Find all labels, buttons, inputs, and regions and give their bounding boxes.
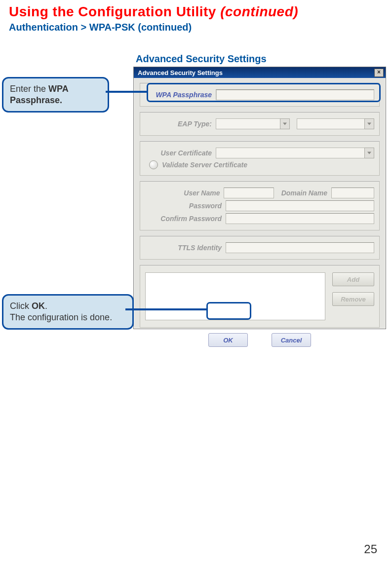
callout-ok: Click OK. The configuration is done. xyxy=(2,294,134,330)
callout-line2: The configuration is done. xyxy=(10,312,112,322)
dialog-title: Advanced Security Settings xyxy=(138,69,223,76)
validate-server-cert-radio[interactable] xyxy=(149,160,158,169)
user-certificate-select[interactable] xyxy=(216,148,374,158)
dialog-titlebar[interactable]: Advanced Security Settings × xyxy=(134,67,386,78)
callout-connector xyxy=(106,91,148,93)
ttls-group: TTLS Identity xyxy=(140,236,380,260)
page-subtitle: Authentication > WPA-PSK (continued) xyxy=(9,22,192,33)
chevron-down-icon[interactable] xyxy=(364,148,374,158)
close-icon[interactable]: × xyxy=(374,69,384,77)
user-name-input[interactable] xyxy=(224,188,274,198)
list-side-buttons: Add Remove xyxy=(332,272,374,320)
callout-text: Click xyxy=(10,301,32,311)
ttls-identity-label: TTLS Identity xyxy=(145,244,226,252)
confirm-password-label: Confirm Password xyxy=(145,215,226,223)
dialog-body: WPA Passphrase EAP Type: xyxy=(134,78,386,352)
user-name-label: User Name xyxy=(145,189,224,197)
page-title-continued: (continued) xyxy=(220,4,298,19)
domain-name-input[interactable] xyxy=(331,188,374,198)
cancel-button[interactable]: Cancel xyxy=(272,333,311,347)
page-number: 25 xyxy=(364,542,377,556)
chevron-down-icon[interactable] xyxy=(280,118,290,129)
callout-connector xyxy=(125,308,207,310)
wpa-passphrase-label: WPA Passphrase xyxy=(145,91,216,99)
ok-button[interactable]: OK xyxy=(208,333,248,347)
password-input[interactable] xyxy=(226,200,374,211)
wpa-passphrase-group: WPA Passphrase xyxy=(140,83,380,107)
ttls-identity-input[interactable] xyxy=(226,242,374,253)
callout-text: . xyxy=(45,301,47,311)
page-title-main: Using the Configuration Utility xyxy=(9,4,220,19)
page-title: Using the Configuration Utility (continu… xyxy=(9,4,298,20)
advanced-security-dialog: Advanced Security Settings × WPA Passphr… xyxy=(133,67,386,329)
add-button[interactable]: Add xyxy=(332,272,374,286)
domain-name-label: Domain Name xyxy=(274,189,331,197)
eap-subtype-select[interactable] xyxy=(297,118,374,129)
list-group: Add Remove xyxy=(140,265,380,328)
certificate-group: User Certificate Validate Server Certifi… xyxy=(140,141,380,176)
eap-type-label: EAP Type: xyxy=(145,120,216,128)
callout-bold: OK xyxy=(32,301,45,311)
user-certificate-label: User Certificate xyxy=(145,149,216,157)
section-label: Advanced Security Settings xyxy=(136,53,267,65)
certificate-listbox[interactable] xyxy=(145,272,325,320)
callout-wpa-passphrase: Enter the WPA Passphrase. xyxy=(2,77,109,113)
validate-server-cert-label: Validate Server Certificate xyxy=(162,161,247,169)
wpa-passphrase-input[interactable] xyxy=(216,89,374,100)
remove-button[interactable]: Remove xyxy=(332,292,374,306)
eap-type-select[interactable] xyxy=(216,118,290,129)
credentials-group: User Name Domain Name Password Confirm P… xyxy=(140,181,380,230)
callout-text: Enter the xyxy=(10,84,48,94)
dialog-bottom-buttons: OK Cancel xyxy=(140,333,380,347)
eap-type-group: EAP Type: xyxy=(140,112,380,136)
password-label: Password xyxy=(145,202,226,210)
confirm-password-input[interactable] xyxy=(226,213,374,224)
chevron-down-icon[interactable] xyxy=(364,118,374,129)
